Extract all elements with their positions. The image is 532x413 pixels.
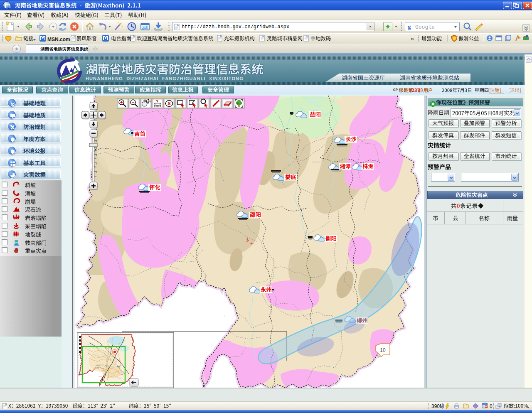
- svg-text:S: S: [167, 101, 170, 106]
- svg-text:10: 10: [380, 347, 386, 353]
- svg-text:?: ?: [156, 99, 158, 104]
